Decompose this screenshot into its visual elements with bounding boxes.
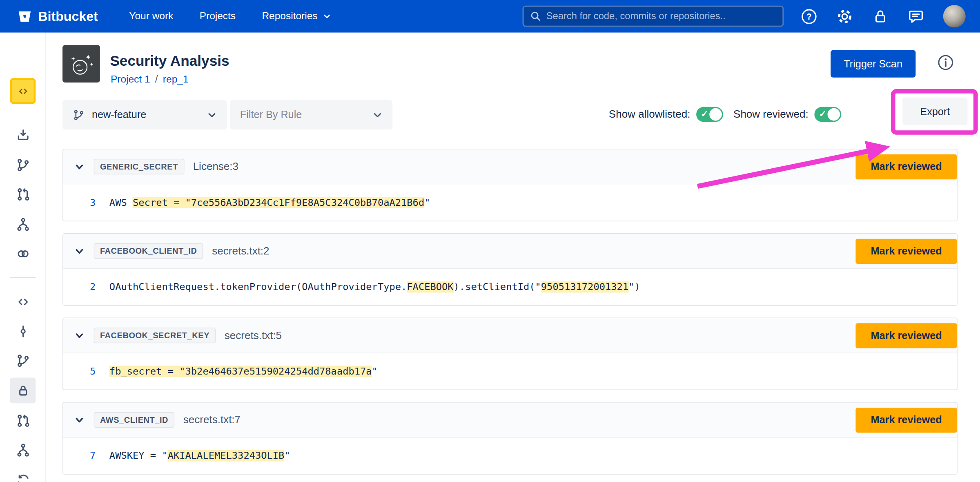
finding-location: License:3: [193, 161, 847, 173]
breadcrumb-project-link[interactable]: Project 1: [111, 74, 150, 85]
code-line: OAuthClientRequest.tokenProvider(OAuthPr…: [109, 281, 640, 293]
sidebar-item-security[interactable]: [10, 377, 36, 403]
user-avatar[interactable]: [943, 5, 966, 27]
nav-projects[interactable]: Projects: [200, 11, 236, 22]
code-line: AWSKEY = "AKIALALEMEL33243OLIB": [109, 450, 290, 462]
sidebar-item-branches-2[interactable]: [10, 348, 36, 373]
mark-reviewed-button[interactable]: Mark reviewed: [856, 323, 957, 348]
rule-badge: AWS_CLIENT_ID: [94, 412, 175, 428]
repository-sidebar: [0, 33, 46, 482]
repository-avatar[interactable]: [10, 78, 36, 104]
show-reviewed-toggle[interactable]: ✓: [815, 107, 842, 122]
bitbucket-app: Bitbucket Your work Projects Repositorie…: [0, 0, 980, 482]
sidebar-item-pipelines[interactable]: [10, 211, 36, 237]
finding-code-row: 3 AWS Secret = "7ce556A3bD234Cc1Ff9E8A5C…: [63, 185, 957, 221]
finding-card: AWS_CLIENT_ID secrets.txt:7 Mark reviewe…: [62, 402, 958, 475]
branch-icon: [73, 109, 85, 121]
finding-card-header: AWS_CLIENT_ID secrets.txt:7 Mark reviewe…: [63, 403, 957, 438]
show-reviewed-label: Show reviewed:: [733, 108, 808, 121]
fork-icon: [15, 216, 30, 232]
finding-location: secrets.txt:5: [225, 329, 847, 342]
breadcrumb-repo-link[interactable]: rep_1: [163, 74, 189, 85]
finding-location: secrets.txt:7: [183, 413, 847, 426]
show-allowlisted-label: Show allowlisted:: [609, 108, 690, 121]
sidebar-item-forks[interactable]: [10, 437, 36, 463]
help-icon[interactable]: ?: [801, 8, 817, 25]
branch-icon: [15, 353, 30, 368]
collapse-chevron-icon[interactable]: [74, 330, 85, 341]
page-title: Security Analysis: [110, 53, 229, 69]
rule-filter-selector[interactable]: Filter By Rule: [230, 100, 392, 129]
fork-icon: [15, 442, 30, 457]
settings-gear-icon[interactable]: [836, 8, 853, 25]
sidebar-item-downloads[interactable]: [10, 122, 36, 147]
code-line: AWS Secret = "7ce556A3bD234Cc1Ff9E8A5C32…: [109, 197, 430, 208]
toggle-knob: [710, 108, 722, 121]
brand-text: Bitbucket: [38, 9, 98, 24]
avatar-art-icon: [66, 49, 96, 78]
sidebar-item-commits[interactable]: [10, 318, 36, 344]
rule-badge: FACEBOOK_SECRET_KEY: [94, 328, 216, 343]
nav-utility-icons: ?: [801, 0, 966, 33]
mark-reviewed-button[interactable]: Mark reviewed: [856, 239, 957, 263]
finding-card-header: FACEBOOK_SECRET_KEY secrets.txt:5 Mark r…: [63, 318, 957, 353]
lock-icon: [15, 383, 30, 398]
bitbucket-logo[interactable]: Bitbucket: [17, 9, 98, 24]
finding-card-header: FACEBOOK_CLIENT_ID secrets.txt:2 Mark re…: [63, 234, 957, 269]
chevron-down-icon: [323, 12, 331, 20]
breadcrumb-separator: /: [155, 74, 158, 85]
finding-card-header: GENERIC_SECRET License:3 Mark reviewed: [63, 150, 957, 185]
lock-icon[interactable]: [872, 8, 889, 25]
collapse-chevron-icon[interactable]: [74, 245, 85, 257]
code-icon: [17, 85, 29, 97]
branch-selector[interactable]: new-feature: [62, 100, 227, 129]
toggle-knob: [828, 108, 840, 121]
mark-reviewed-button[interactable]: Mark reviewed: [856, 154, 957, 179]
check-icon: ✓: [819, 109, 826, 118]
sidebar-item-pull-requests[interactable]: [10, 181, 36, 207]
nav-your-work[interactable]: Your work: [129, 11, 173, 22]
sidebar-item-pull-requests-2[interactable]: [10, 408, 36, 433]
finding-card: FACEBOOK_CLIENT_ID secrets.txt:2 Mark re…: [62, 233, 958, 306]
rule-badge: GENERIC_SECRET: [94, 159, 185, 174]
pull-request-icon: [15, 413, 30, 428]
sidebar-item-sync[interactable]: [10, 467, 36, 482]
finding-code-row: 5 fb_secret = "3b2e464637e5159024254dd78…: [63, 353, 957, 390]
rule-filter-placeholder: Filter By Rule: [240, 109, 366, 120]
trigger-scan-button[interactable]: Trigger Scan: [831, 50, 915, 77]
toggle-group: Show allowlisted: ✓ Show reviewed: ✓: [609, 101, 842, 127]
code-line: fb_secret = "3b2e464637e5159024254dd78aa…: [109, 366, 378, 377]
nav-repositories[interactable]: Repositories: [262, 11, 331, 22]
commit-icon: [15, 324, 30, 339]
feedback-icon[interactable]: [907, 8, 924, 25]
primary-nav: Your work Projects Repositories: [129, 11, 331, 22]
line-number: 3: [73, 197, 96, 208]
finding-card: FACEBOOK_SECRET_KEY secrets.txt:5 Mark r…: [62, 318, 958, 391]
breadcrumb: Project 1 / rep_1: [111, 74, 189, 85]
finding-code-row: 7 AWSKEY = "AKIALALEMEL33243OLIB": [63, 437, 957, 474]
show-allowlisted-toggle[interactable]: ✓: [697, 107, 724, 122]
line-number: 5: [73, 366, 96, 377]
collapse-chevron-icon[interactable]: [74, 414, 85, 426]
finding-card: GENERIC_SECRET License:3 Mark reviewed 3…: [62, 149, 958, 221]
search-icon: [530, 11, 541, 22]
search-input[interactable]: [546, 11, 776, 22]
pull-request-icon: [15, 187, 30, 202]
collapse-chevron-icon[interactable]: [74, 161, 85, 172]
branch-selector-value: new-feature: [92, 109, 200, 120]
rule-badge: FACEBOOK_CLIENT_ID: [94, 243, 203, 259]
info-icon[interactable]: [937, 54, 954, 71]
sync-icon: [15, 472, 30, 482]
chevron-down-icon: [372, 110, 382, 120]
global-search[interactable]: [523, 6, 784, 27]
findings-list: GENERIC_SECRET License:3 Mark reviewed 3…: [62, 149, 958, 482]
top-navigation: Bitbucket Your work Projects Repositorie…: [0, 0, 980, 33]
mark-reviewed-button[interactable]: Mark reviewed: [856, 407, 957, 432]
sidebar-item-source[interactable]: [10, 289, 36, 315]
download-icon: [15, 127, 30, 142]
finding-code-row: 2 OAuthClientRequest.tokenProvider(OAuth…: [63, 269, 957, 305]
sidebar-item-deployments[interactable]: [10, 241, 36, 266]
branch-icon: [15, 157, 30, 172]
export-button[interactable]: Export: [902, 98, 967, 125]
sidebar-item-branches[interactable]: [10, 152, 36, 178]
